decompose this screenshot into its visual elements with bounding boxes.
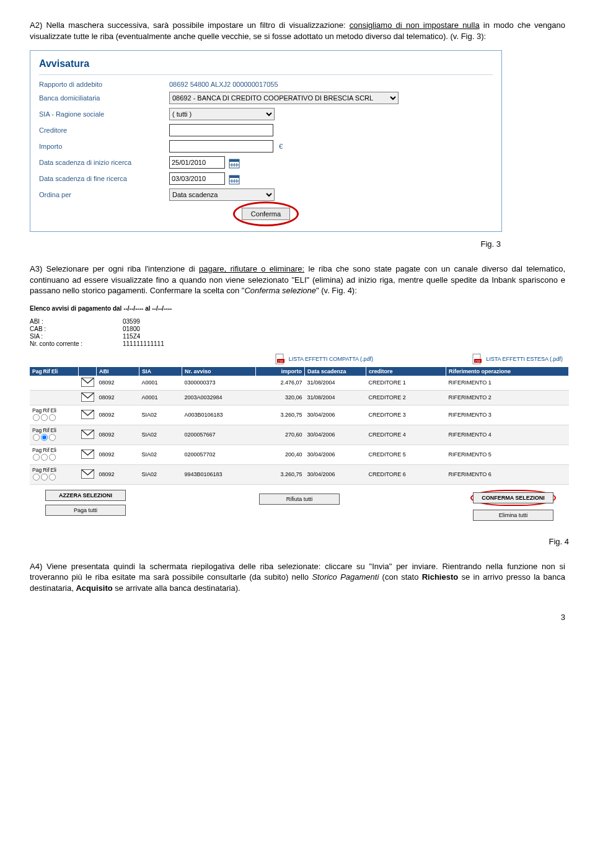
radio-rif[interactable] [41,474,48,480]
paragraph-a3: A3) Selezionare per ogni riba l'intenzio… [30,264,565,296]
radio-rif[interactable] [41,414,48,421]
radio-rif[interactable] [41,454,48,461]
svg-text:PDF: PDF [475,360,481,363]
select-ordina[interactable]: Data scadenza [169,188,275,201]
input-data-inizio[interactable] [169,156,225,169]
radio-eli[interactable] [49,474,56,480]
svg-text:PDF: PDF [278,360,284,363]
cell-nr: 0200057702 [182,445,256,464]
pdf-label: LISTA EFFETTI ESTESA (.pdf) [486,356,563,362]
label: Nr. conto corrente : [30,340,123,347]
text: " (v. Fig. 4): [316,286,357,295]
panel-title: Avvisatura [39,58,493,69]
label-ordina: Ordina per [39,191,169,198]
cell-scad: 30/04/2006 [305,445,366,464]
label-rapporto: Rapporto di addebito [39,81,169,88]
label-data-fine: Data scadenza di fine ricerca [39,175,169,182]
cell-abi: 08092 [97,445,139,464]
conferma-button[interactable]: Conferma [242,208,290,220]
table-row: 08092A000103000003732.476,0731/08/2004CR… [30,376,569,391]
cell-cred: CREDITORE 6 [366,464,446,484]
table-row: 08092A00012003A0032984320,0631/08/2004CR… [30,390,569,405]
radio-eli[interactable] [49,454,56,461]
radio-eli[interactable] [49,414,56,421]
cell-scad: 31/08/2004 [305,390,366,405]
cell-scad: 30/04/2006 [305,405,366,425]
cell-rif: RIFERIMENTO 5 [446,445,569,464]
figure-caption: Fig. 3 [30,239,501,249]
cell-cred: CREDITORE 2 [366,390,446,405]
figure-riba-list: Elenco avvisi di pagamento dal --/--/---… [30,305,569,521]
col-scad: Data scadenza [305,367,366,376]
text: A3) Selezionare per ogni riba l'intenzio… [30,264,199,273]
pdf-icon: PDF [472,353,482,365]
input-creditore[interactable] [169,124,273,136]
highlight-box: CONFERMA SELEZIONI [470,490,556,506]
text: se arrivate alla banca destinataria). [113,583,240,593]
cell-abi: 08092 [97,405,139,425]
cell-sia: SIA02 [139,464,182,484]
azzera-selezioni-button[interactable]: AZZERA SELEZIONI [45,490,126,501]
divider [39,74,493,75]
cell-cred: CREDITORE 4 [366,425,446,445]
radio-pag[interactable] [33,474,40,480]
paga-tutti-button[interactable]: Paga tutti [45,505,126,516]
figure-caption: Fig. 4 [30,537,569,546]
col-rif: Riferimento operazione [446,367,569,376]
input-data-fine[interactable] [169,172,225,185]
text-bold: Acquisito [76,583,112,593]
cell-nr: 0300000373 [182,376,256,391]
table-row: PagRifEli08092SIA020200057667270,6030/04… [30,425,569,445]
paragraph-a2: A2) Nella maschera successiva, sarà poss… [30,20,565,42]
cell-nr: 0200057667 [182,425,256,445]
cell-rif: RIFERIMENTO 2 [446,390,569,405]
pdf-link-compact[interactable]: PDF LISTA EFFETTI COMPATTA (.pdf) [275,353,373,365]
select-banca[interactable]: 08692 - BANCA DI CREDITO COOPERATIVO DI … [169,92,399,104]
text: (con stato [379,572,421,582]
radio-labels: PagRifEli [32,447,76,453]
radio-pag[interactable] [33,414,40,421]
label: SIA : [30,333,123,340]
page-number: 3 [30,613,565,622]
radio-pag[interactable] [33,434,40,441]
svg-rect-7 [229,175,239,178]
rifiuta-tutti-button[interactable]: Rifiuta tutti [259,494,340,505]
envelope-icon [81,434,94,440]
radio-rif[interactable] [41,434,48,441]
radio-labels: PagRifEli [32,467,76,473]
label-importo: Importo [39,143,169,150]
calendar-icon[interactable] [229,157,240,169]
elimina-tutti-button[interactable]: Elimina tutti [473,510,553,521]
envelope-icon [81,454,94,460]
svg-rect-1 [229,159,239,162]
radio-labels: PagRifEli [32,407,76,414]
cell-cred: CREDITORE 5 [366,445,446,464]
label: ABI : [30,318,123,325]
label-data-inizio: Data scadenza di inizio ricerca [39,159,169,166]
text: A2) Nella maschera successiva, sarà poss… [30,20,350,30]
select-sia[interactable]: ( tutti ) [169,108,275,120]
text-bold: Richiesto [422,572,459,582]
radio-eli[interactable] [49,434,56,441]
pdf-link-extended[interactable]: PDF LISTA EFFETTI ESTESA (.pdf) [472,353,563,365]
input-importo[interactable] [169,140,273,153]
cell-abi: 08092 [97,425,139,445]
col-cred: creditore [366,367,446,376]
account-codes: ABI :03599 CAB :01800 SIA :115Z4 Nr. con… [30,318,569,347]
cell-cred: CREDITORE 1 [366,376,446,391]
cell-abi: 08092 [97,464,139,484]
envelope-icon [81,474,94,480]
calendar-icon[interactable] [229,174,240,185]
table-row: PagRifEli08092SIA02A003B01061833.260,753… [30,405,569,425]
value: 03599 [123,318,140,325]
cell-sia: SIA02 [139,405,182,425]
cell-nr: A003B0106183 [182,405,256,425]
text-italic: Conferma selezione [244,286,316,295]
conferma-selezioni-button[interactable]: CONFERMA SELEZIONI [473,492,553,503]
col-nr: Nr. avviso [182,367,256,376]
envelope-icon [81,414,94,420]
riba-table: Pag Rif Eli ABI SIA Nr. avviso importo D… [30,367,569,485]
radio-pag[interactable] [33,454,40,461]
cell-rif: RIFERIMENTO 3 [446,405,569,425]
value: 115Z4 [123,333,140,340]
